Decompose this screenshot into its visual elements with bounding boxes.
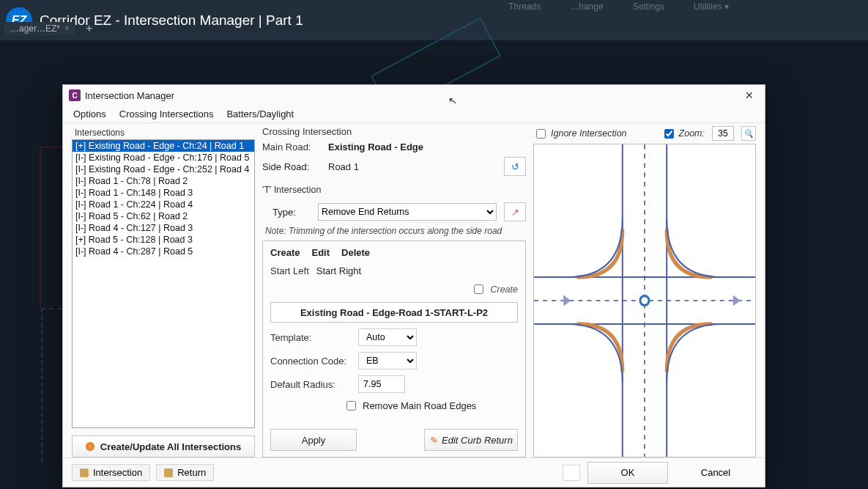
close-tab-icon[interactable]: × — [64, 23, 70, 34]
list-item[interactable]: [I-] Road 1 - Ch:224 | Road 4 — [73, 199, 254, 210]
side-road-value: Road 1 — [328, 161, 359, 172]
template-label: Template: — [270, 332, 351, 343]
menu-options[interactable]: Options — [73, 109, 106, 120]
footer-tool-button[interactable] — [563, 465, 580, 481]
return-icon — [164, 468, 173, 477]
list-item[interactable]: [+] Road 5 - Ch:128 | Road 3 — [73, 234, 254, 246]
dialog-footer: Intersection Return OK Cancel — [63, 457, 765, 487]
document-tab-strip: …ager…EZ* × + — [4, 22, 97, 35]
apply-button[interactable]: Apply — [270, 429, 357, 451]
list-item[interactable]: [I-] Road 4 - Ch:127 | Road 3 — [73, 222, 254, 234]
zoom-checkbox[interactable] — [664, 129, 674, 139]
main-road-value: Existing Road - Edge — [328, 141, 423, 152]
document-tab-label: …ager…EZ* — [10, 23, 60, 34]
list-item[interactable]: [I-] Road 4 - Ch:287 | Road 5 — [73, 246, 254, 257]
remove-main-road-edges-checkbox[interactable] — [346, 401, 356, 411]
list-item[interactable]: [I-] Existing Road - Edge - Ch:176 | Roa… — [73, 152, 254, 163]
pencil-icon: ✎ — [428, 433, 439, 446]
tab-create[interactable]: Create — [270, 247, 300, 258]
arrow-icon: ↗ — [511, 207, 519, 218]
intersections-list[interactable]: [+] Existing Road - Edge - Ch:24 | Road … — [72, 139, 255, 428]
t-intersection-label: 'T' Intersection — [262, 185, 526, 195]
ribbon-settings: Settings — [633, 1, 664, 12]
mode-return-label: Return — [177, 467, 206, 478]
trimming-note: Note: Trimming of the intersection occur… — [265, 226, 526, 236]
edit-curb-return-button[interactable]: ✎ Edit Curb Return — [424, 429, 518, 451]
default-radius-label: Default Radius: — [270, 379, 351, 390]
svg-marker-6 — [563, 295, 571, 306]
type-select[interactable]: Remove End Returns — [318, 203, 497, 221]
default-radius-input[interactable] — [358, 375, 405, 393]
connection-code-label: Connection Code: — [270, 356, 351, 367]
list-item[interactable]: [I-] Road 5 - Ch:62 | Road 2 — [73, 210, 254, 222]
dialog-menu: Options Crossing Intersections Batters/D… — [63, 106, 765, 123]
tab-edit[interactable]: Edit — [311, 247, 330, 258]
intersection-preview-svg — [534, 144, 755, 457]
remove-main-road-edges-label: Remove Main Road Edges — [363, 400, 476, 411]
ignore-intersection-checkbox[interactable] — [536, 129, 546, 139]
mode-intersection-label: Intersection — [93, 467, 142, 478]
zoom-value-input[interactable] — [712, 126, 734, 141]
side-road-label: Side Road: — [262, 161, 321, 172]
ribbon-change: …hange — [570, 1, 603, 12]
zoom-tool-button[interactable]: 🔍 — [741, 126, 756, 141]
auto-create-label: Create — [490, 284, 518, 295]
mode-return-tab[interactable]: Return — [156, 464, 214, 481]
list-item[interactable]: [+] Existing Road - Edge - Ch:24 | Road … — [73, 140, 254, 152]
edit-curb-return-label: Edit Curb Return — [442, 435, 513, 446]
swap-roads-button[interactable]: ↺ — [504, 157, 526, 176]
intersection-preview[interactable] — [533, 144, 756, 457]
ribbon-threads: Threads — [508, 1, 541, 12]
curb-return-panel: Create Edit Delete Start Left Start Righ… — [262, 240, 526, 457]
zoom-label: Zoom: — [679, 128, 705, 139]
main-road-label: Main Road: — [262, 141, 321, 152]
app-background: EZ Corridor EZ - Intersection Manager | … — [0, 0, 868, 489]
svg-marker-7 — [733, 295, 741, 306]
ribbon-remnants: Threads …hange Settings Utilities ▾ — [508, 1, 729, 12]
swap-icon: ↺ — [511, 161, 519, 172]
list-item[interactable]: [I-] Existing Road - Edge - Ch:252 | Roa… — [73, 163, 254, 175]
intersection-manager-dialog: C Intersection Manager ✕ Options Crossin… — [62, 84, 765, 488]
type-action-button[interactable]: ↗ — [504, 202, 526, 221]
intersection-icon — [80, 468, 89, 477]
create-update-all-label: Create/Update All Intersections — [100, 441, 241, 452]
menu-crossing-intersections[interactable]: Crossing Intersections — [119, 109, 214, 120]
auto-create-checkbox[interactable] — [474, 284, 483, 294]
list-item[interactable]: [I-] Road 1 - Ch:148 | Road 3 — [73, 187, 254, 199]
create-update-all-button[interactable]: Create/Update All Intersections — [72, 435, 255, 457]
curb-return-name-combo[interactable]: Existing Road - Edge-Road 1-START-L-P2 — [270, 302, 518, 323]
dialog-title: Intersection Manager — [85, 90, 174, 101]
ok-button[interactable]: OK — [587, 462, 668, 484]
mode-intersection-tab[interactable]: Intersection — [72, 464, 150, 481]
refresh-icon — [86, 442, 94, 451]
ribbon-utilities[interactable]: Utilities ▾ — [694, 1, 729, 12]
cancel-button[interactable]: Cancel — [675, 462, 756, 484]
svg-point-8 — [640, 296, 649, 306]
intersections-panel: Intersections [+] Existing Road - Edge -… — [72, 126, 255, 457]
close-icon[interactable]: ✕ — [740, 89, 759, 101]
dialog-titlebar[interactable]: C Intersection Manager ✕ — [63, 85, 765, 106]
dialog-icon: C — [69, 89, 81, 101]
ignore-intersection-label: Ignore Intersection — [551, 128, 627, 139]
crossing-intersection-panel: Crossing Intersection Main Road: Existin… — [262, 126, 526, 457]
title-bar: EZ Corridor EZ - Intersection Manager | … — [0, 0, 868, 40]
crossing-heading: Crossing Intersection — [262, 126, 526, 137]
document-tab[interactable]: …ager…EZ* × — [4, 22, 75, 35]
menu-batters-daylight[interactable]: Batters/Daylight — [226, 109, 294, 120]
new-tab-icon[interactable]: + — [81, 22, 97, 35]
magnifier-icon: 🔍 — [743, 129, 754, 139]
preview-panel: Ignore Intersection Zoom: 🔍 — [533, 126, 756, 457]
connection-code-select[interactable]: EB — [358, 352, 417, 369]
type-label: Type: — [272, 207, 311, 218]
template-select[interactable]: Auto — [358, 328, 417, 346]
start-right-tab[interactable]: Start Right — [316, 265, 361, 276]
list-item[interactable]: [I-] Road 1 - Ch:78 | Road 2 — [73, 175, 254, 187]
start-left-tab[interactable]: Start Left — [270, 265, 309, 276]
intersections-heading: Intersections — [72, 126, 255, 139]
tab-delete[interactable]: Delete — [341, 247, 370, 258]
